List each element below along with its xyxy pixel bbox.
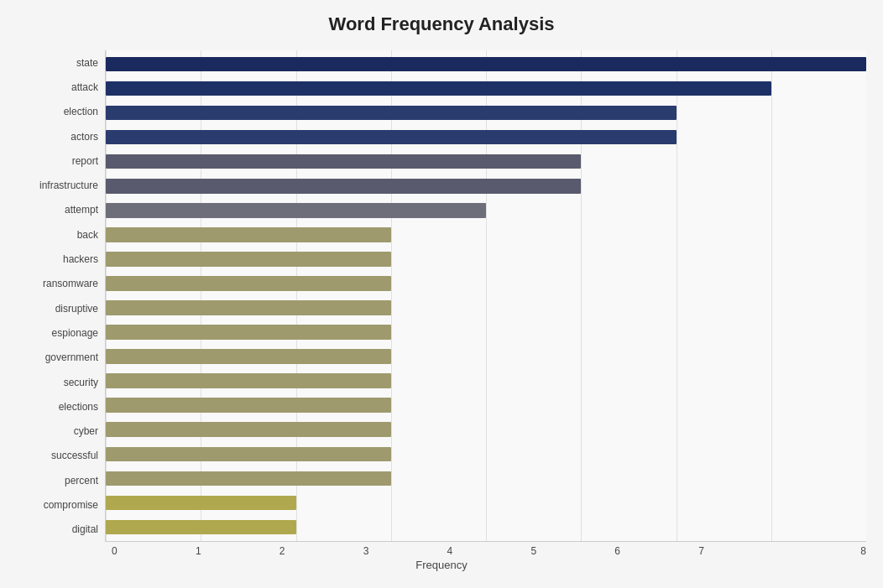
bar-row <box>106 198 866 222</box>
bar <box>106 179 581 194</box>
y-label: infrastructure <box>39 180 98 190</box>
y-label: election <box>64 107 98 117</box>
bar-row <box>106 52 866 76</box>
bar-row <box>106 247 866 271</box>
bar-row <box>106 222 866 247</box>
x-tick-label: 7 <box>698 545 782 557</box>
bar <box>106 422 391 437</box>
y-label: ransomware <box>43 278 98 289</box>
chart-inner: stateattackelectionactorsreportinfrastru… <box>17 50 866 542</box>
bar-row <box>106 174 866 198</box>
chart-area: stateattackelectionactorsreportinfrastru… <box>17 50 866 571</box>
bar <box>106 496 296 511</box>
y-label: back <box>77 230 98 240</box>
x-axis-labels: 012345678 <box>112 542 866 557</box>
y-label: security <box>64 377 98 388</box>
bar-row <box>106 393 866 418</box>
bar-row <box>106 320 866 345</box>
bar-row <box>106 76 866 101</box>
bar <box>106 520 296 535</box>
bar-row <box>106 369 866 393</box>
y-labels: stateattackelectionactorsreportinfrastru… <box>17 50 105 542</box>
bars-container <box>106 50 866 541</box>
chart-title: Word Frequency Analysis <box>329 13 555 35</box>
x-tick-label: 1 <box>196 545 280 557</box>
y-label: government <box>45 352 98 362</box>
x-tick-label: 4 <box>447 545 531 557</box>
bar <box>106 203 486 218</box>
bar-row <box>106 125 866 149</box>
y-label: elections <box>59 402 98 412</box>
bar-row <box>106 515 866 539</box>
y-label: disruptive <box>55 304 98 314</box>
y-label: state <box>76 58 98 68</box>
bar <box>106 81 771 96</box>
bar <box>106 447 391 462</box>
bar <box>106 471 391 487</box>
x-axis-title: Frequency <box>17 559 866 571</box>
y-label: compromise <box>44 500 98 510</box>
y-label: percent <box>65 476 98 486</box>
bar <box>106 106 677 121</box>
bar <box>106 252 391 267</box>
bar <box>106 154 581 169</box>
bar-row <box>106 491 866 515</box>
bar <box>106 57 866 72</box>
y-label: espionage <box>52 328 98 338</box>
bar-row <box>106 418 866 442</box>
bars-area <box>105 50 866 542</box>
y-label: digital <box>72 524 98 534</box>
x-tick-label: 6 <box>614 545 698 557</box>
bar <box>106 130 677 145</box>
y-label: attack <box>71 82 98 92</box>
y-label: actors <box>71 132 98 142</box>
y-label: cyber <box>74 426 98 436</box>
y-label: hackers <box>63 254 98 264</box>
bar <box>106 325 391 340</box>
bar-row <box>106 345 866 369</box>
bar <box>106 276 391 291</box>
bar <box>106 300 391 315</box>
y-label: successful <box>51 450 98 461</box>
x-tick-label: 3 <box>363 545 447 557</box>
bar <box>106 227 391 242</box>
bar-row <box>106 466 866 491</box>
y-label: report <box>72 156 98 166</box>
bar-row <box>106 442 866 466</box>
bar <box>106 398 391 413</box>
y-label: attempt <box>65 205 98 215</box>
bar <box>106 373 391 388</box>
x-tick-label: 2 <box>280 545 363 557</box>
x-tick-label: 8 <box>782 545 866 557</box>
bar-row <box>106 149 866 174</box>
bar-row <box>106 271 866 295</box>
x-tick-label: 5 <box>530 545 614 557</box>
x-tick-label: 0 <box>112 545 196 557</box>
bar-row <box>106 101 866 125</box>
bar-row <box>106 295 866 320</box>
bar <box>106 349 391 364</box>
